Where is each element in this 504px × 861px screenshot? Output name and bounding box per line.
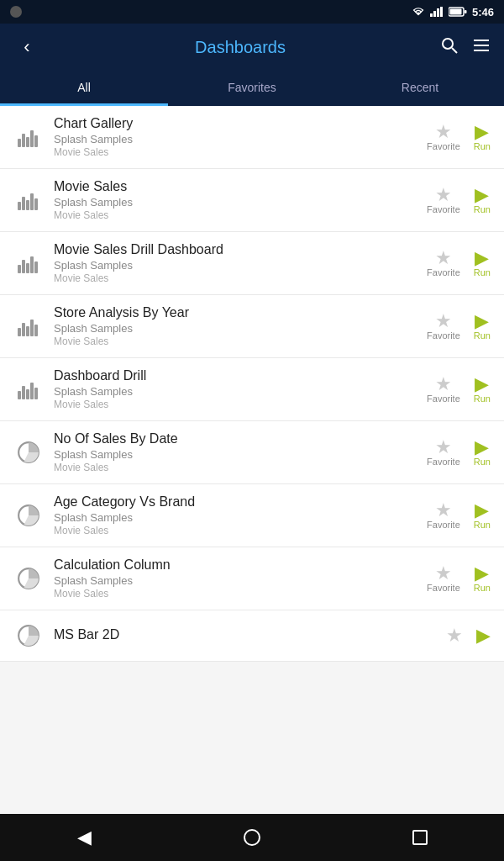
item-icon xyxy=(13,122,44,152)
list-item: Dashboard Drill Splash Samples Movie Sal… xyxy=(0,358,504,421)
item-title: Age Category Vs Brand xyxy=(54,494,417,510)
run-button[interactable]: ▶ Run xyxy=(474,186,491,214)
favorite-button[interactable]: ★ Favorite xyxy=(427,123,460,151)
item-actions: ★ Favorite xyxy=(427,564,460,593)
header-actions xyxy=(440,36,491,59)
svg-rect-17 xyxy=(18,202,21,210)
item-subtitle: Splash Samples xyxy=(54,133,417,145)
run-button[interactable]: ▶ Run xyxy=(474,312,491,341)
item-actions: ★ Favorite xyxy=(427,249,460,277)
item-category: Movie Sales xyxy=(54,525,417,536)
svg-rect-35 xyxy=(30,383,34,399)
favorite-label: Favorite xyxy=(427,394,460,404)
time-display: 5:46 xyxy=(472,6,494,18)
item-category: Movie Sales xyxy=(54,209,417,221)
nav-recents-button[interactable] xyxy=(403,821,437,854)
svg-rect-32 xyxy=(18,391,21,399)
item-content: Movie Sales Splash Samples Movie Sales xyxy=(54,179,417,221)
run-icon: ▶ xyxy=(475,123,489,141)
run-icon: ▶ xyxy=(475,375,489,394)
svg-rect-26 xyxy=(34,261,38,273)
item-subtitle: Splash Samples xyxy=(54,322,417,335)
favorite-label: Favorite xyxy=(427,583,460,593)
page-title: Dashboards xyxy=(40,38,440,57)
item-icon xyxy=(13,621,44,651)
star-icon: ★ xyxy=(446,626,463,645)
svg-rect-15 xyxy=(30,130,34,147)
status-bar: 5:46 xyxy=(0,0,504,24)
star-icon: ★ xyxy=(435,123,452,141)
favorite-button[interactable]: ★ xyxy=(446,626,463,645)
run-icon: ▶ xyxy=(475,249,489,267)
svg-rect-22 xyxy=(18,265,21,273)
circle-icon xyxy=(10,6,22,18)
item-title: Movie Sales xyxy=(54,179,417,194)
svg-rect-36 xyxy=(34,388,38,399)
item-content: Chart Gallery Splash Samples Movie Sales xyxy=(54,116,417,158)
favorite-button[interactable]: ★ Favorite xyxy=(427,564,460,593)
status-left xyxy=(10,6,22,18)
item-category: Movie Sales xyxy=(54,272,417,284)
favorite-button[interactable]: ★ Favorite xyxy=(427,375,460,404)
menu-button[interactable] xyxy=(472,36,491,59)
item-subtitle: Splash Samples xyxy=(54,196,417,209)
tab-favorites[interactable]: Favorites xyxy=(168,71,336,104)
favorite-button[interactable]: ★ Favorite xyxy=(427,249,460,277)
item-category: Movie Sales xyxy=(54,462,417,473)
item-title: Calculation Column xyxy=(54,557,417,573)
run-button[interactable]: ▶ Run xyxy=(474,249,491,277)
run-button[interactable]: ▶ Run xyxy=(474,501,491,530)
svg-rect-29 xyxy=(26,326,29,336)
item-actions: ★ Favorite xyxy=(427,501,460,530)
wifi-icon xyxy=(412,7,425,17)
favorite-button[interactable]: ★ Favorite xyxy=(427,312,460,341)
star-icon: ★ xyxy=(435,501,452,520)
item-title: Movie Sales Drill Dashboard xyxy=(54,242,417,257)
bottom-nav: ◀ xyxy=(0,814,504,861)
back-button[interactable]: ‹ xyxy=(13,36,40,58)
run-button[interactable]: ▶ Run xyxy=(474,564,491,593)
item-title: Store Analysis By Year xyxy=(54,305,417,320)
nav-home-button[interactable] xyxy=(235,821,269,854)
nav-back-button[interactable]: ◀ xyxy=(67,821,101,854)
item-icon xyxy=(13,500,44,531)
top-bar: ‹ Dashboards xyxy=(0,24,504,71)
favorite-button[interactable]: ★ Favorite xyxy=(427,501,460,530)
item-title: Chart Gallery xyxy=(54,116,417,131)
svg-rect-0 xyxy=(430,13,433,17)
star-icon: ★ xyxy=(435,249,452,267)
svg-line-8 xyxy=(452,48,457,53)
star-icon: ★ xyxy=(435,564,452,583)
item-subtitle: Splash Samples xyxy=(54,385,417,398)
favorite-button[interactable]: ★ Favorite xyxy=(427,438,460,467)
svg-rect-13 xyxy=(22,134,25,147)
run-button[interactable]: ▶ Run xyxy=(474,438,491,467)
svg-rect-2 xyxy=(437,8,439,17)
item-subtitle: Splash Samples xyxy=(54,511,417,524)
list-item: Movie Sales Drill Dashboard Splash Sampl… xyxy=(0,232,504,295)
star-icon: ★ xyxy=(435,438,452,457)
run-icon: ▶ xyxy=(475,501,489,520)
item-content: Dashboard Drill Splash Samples Movie Sal… xyxy=(54,368,417,410)
favorite-button[interactable]: ★ Favorite xyxy=(427,186,460,214)
run-button[interactable]: ▶ Run xyxy=(474,123,491,151)
battery-icon xyxy=(449,7,467,17)
search-button[interactable] xyxy=(440,36,459,59)
svg-rect-3 xyxy=(440,7,443,17)
svg-rect-20 xyxy=(30,193,34,210)
run-button[interactable]: ▶ Run xyxy=(474,375,491,404)
run-icon: ▶ xyxy=(476,626,491,645)
favorite-label: Favorite xyxy=(427,330,460,341)
svg-rect-34 xyxy=(26,389,29,399)
item-title: No Of Sales By Date xyxy=(54,431,417,446)
item-category: Movie Sales xyxy=(54,335,417,347)
item-icon xyxy=(13,185,44,215)
tab-recent[interactable]: Recent xyxy=(336,71,504,104)
star-icon: ★ xyxy=(435,312,452,330)
list-item: No Of Sales By Date Splash Samples Movie… xyxy=(0,421,504,484)
run-button[interactable]: ▶ xyxy=(476,626,491,645)
tab-all[interactable]: All xyxy=(0,71,168,104)
list-item: Store Analysis By Year Splash Samples Mo… xyxy=(0,295,504,358)
svg-rect-27 xyxy=(18,328,21,336)
svg-rect-1 xyxy=(433,11,436,17)
